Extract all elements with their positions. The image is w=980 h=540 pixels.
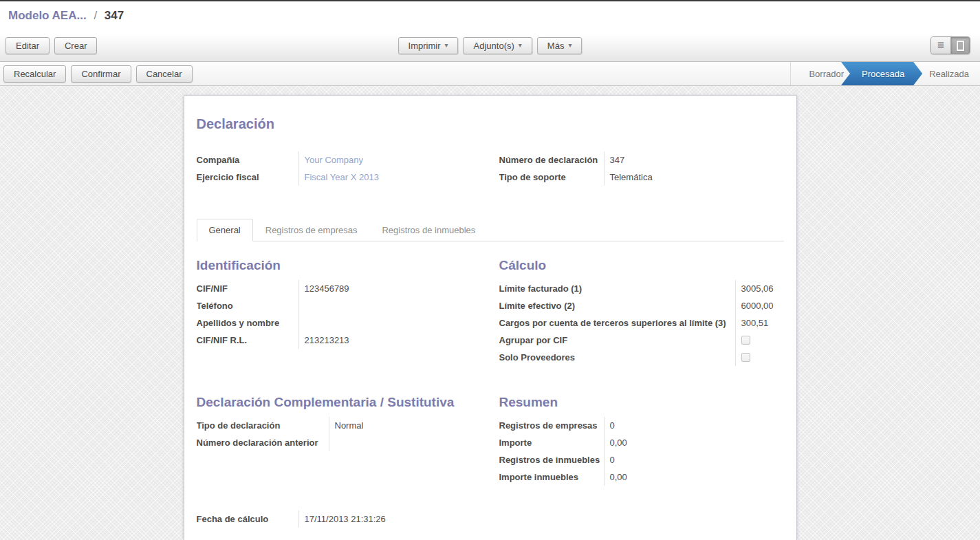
caret-down-icon: ▾ xyxy=(519,42,522,49)
field-value-numero-declaracion-anterior xyxy=(329,434,481,451)
field-label-tipo-soporte: Tipo de soporte xyxy=(499,169,604,186)
field-value-cargos-terceros: 300,51 xyxy=(736,314,784,332)
field-label-limite-efectivo: Límite efectivo (2) xyxy=(499,297,735,314)
tab-page-general-row1: Identificación CIF/NIF Teléfono Apellido… xyxy=(197,258,784,366)
notebook-tabs: General Registros de empresas Registros … xyxy=(197,219,784,241)
status-stages: Borrador Procesada Realizada xyxy=(790,62,980,85)
form-view-button[interactable] xyxy=(950,37,970,54)
field-value-importe: 0,00 xyxy=(605,434,784,451)
field-label-apellidos-y-nombre: Apellidos y nombre xyxy=(197,314,298,332)
create-button[interactable]: Crear xyxy=(54,37,98,54)
breadcrumb-row: Modelo AEA... / 347 xyxy=(0,1,980,30)
more-dropdown-button[interactable]: Más ▾ xyxy=(537,37,582,54)
caret-down-icon: ▾ xyxy=(568,42,571,49)
field-label-limite-facturado: Límite facturado (1) xyxy=(499,280,735,297)
toolbar: Editar Crear Imprimir ▾ Adjunto(s) ▾ Más… xyxy=(0,30,980,61)
breadcrumb-separator: / xyxy=(94,9,97,22)
footer-field-group: Fecha de cálculo 17/11/2013 21:31:26 xyxy=(197,510,784,528)
tab-registros-de-empresas[interactable]: Registros de empresas xyxy=(253,219,370,241)
section-identificacion: Identificación CIF/NIF Teléfono Apellido… xyxy=(197,258,481,366)
field-label-registros-de-inmuebles: Registros de inmuebles xyxy=(499,451,604,468)
field-value-compania[interactable]: Your Company xyxy=(305,151,364,169)
section-title-resumen: Resumen xyxy=(499,395,784,410)
breadcrumb-current: 347 xyxy=(105,9,124,22)
field-value-numero-declaracion: 347 xyxy=(605,151,784,169)
field-label-cif-nif-rl: CIF/NIF R.L. xyxy=(197,332,298,349)
attachments-dropdown-label: Adjunto(s) xyxy=(474,41,514,51)
stage-realizada: Realizada xyxy=(918,62,980,85)
section-title-complementaria: Declaración Complementaria / Sustitutiva xyxy=(197,395,481,410)
field-value-limite-facturado: 3005,06 xyxy=(736,280,784,297)
field-label-solo-proveedores: Solo Proveedores xyxy=(499,349,735,366)
field-label-cargos-terceros: Cargos por cuenta de terceros superiores… xyxy=(499,314,735,332)
field-label-fecha-de-calculo: Fecha de cálculo xyxy=(197,510,298,528)
field-label-cif-nif: CIF/NIF xyxy=(197,280,298,297)
agrupar-por-cif-checkbox[interactable] xyxy=(741,336,750,345)
breadcrumb-parent-link[interactable]: Modelo AEA... xyxy=(8,9,87,22)
field-value-cif-nif: 123456789 xyxy=(299,280,481,297)
view-switcher: ≡ xyxy=(930,36,970,54)
field-value-fecha-de-calculo: 17/11/2013 21:31:26 xyxy=(299,510,784,528)
info-right-group: Número de declaración Tipo de soporte 34… xyxy=(499,151,784,186)
field-label-numero-declaracion: Número de declaración xyxy=(499,151,604,169)
field-value-importe-inmuebles: 0,00 xyxy=(605,468,784,486)
field-value-registros-de-empresas: 0 xyxy=(605,417,784,434)
field-label-importe: Importe xyxy=(499,434,604,451)
section-complementaria: Declaración Complementaria / Sustitutiva… xyxy=(197,395,481,486)
field-value-limite-efectivo: 6000,00 xyxy=(736,297,784,314)
form-sheet: Declaración Compañía Ejercicio fiscal Yo… xyxy=(184,95,797,540)
print-dropdown-button[interactable]: Imprimir ▾ xyxy=(398,37,459,54)
field-value-registros-de-inmuebles: 0 xyxy=(605,451,784,468)
field-label-ejercicio-fiscal: Ejercicio fiscal xyxy=(197,169,298,186)
print-dropdown-label: Imprimir xyxy=(409,41,441,51)
list-view-icon: ≡ xyxy=(937,39,944,51)
edit-button[interactable]: Editar xyxy=(6,37,50,54)
confirm-button[interactable]: Confirmar xyxy=(71,65,131,83)
tab-general[interactable]: General xyxy=(197,219,253,241)
section-title-calculo: Cálculo xyxy=(499,258,784,273)
recalculate-button[interactable]: Recalcular xyxy=(3,65,66,83)
field-value-apellidos-y-nombre xyxy=(299,314,481,332)
field-label-importe-inmuebles: Importe inmuebles xyxy=(499,468,604,486)
field-label-registros-de-empresas: Registros de empresas xyxy=(499,417,604,434)
toolbar-center-group: Imprimir ▾ Adjunto(s) ▾ Más ▾ xyxy=(398,37,582,54)
field-value-tipo-soporte: Telemática xyxy=(605,169,784,186)
caret-down-icon: ▾ xyxy=(445,42,448,49)
statusbar: Recalcular Confirmar Cancelar Borrador P… xyxy=(0,62,980,86)
breadcrumb: Modelo AEA... / 347 xyxy=(8,9,124,23)
section-resumen: Resumen Registros de empresas Importe Re… xyxy=(499,395,784,486)
tab-page-general-row2: Declaración Complementaria / Sustitutiva… xyxy=(197,395,784,486)
field-label-numero-declaracion-anterior: Número declaración anterior xyxy=(197,434,329,451)
field-label-agrupar-por-cif: Agrupar por CIF xyxy=(499,332,735,349)
section-title-identificacion: Identificación xyxy=(197,258,481,273)
tab-registros-de-inmuebles[interactable]: Registros de inmuebles xyxy=(369,219,488,241)
info-fields: Compañía Ejercicio fiscal Your Company F… xyxy=(197,151,784,186)
field-label-tipo-declaracion: Tipo de declaración xyxy=(197,417,329,434)
field-value-ejercicio-fiscal[interactable]: Fiscal Year X 2013 xyxy=(305,169,379,186)
stage-procesada-active: Procesada xyxy=(841,62,922,85)
form-view-icon xyxy=(957,41,964,51)
main-background: Declaración Compañía Ejercicio fiscal Yo… xyxy=(0,86,980,540)
section-calculo: Cálculo Límite facturado (1) Límite efec… xyxy=(499,258,784,366)
field-label-compania: Compañía xyxy=(197,151,298,169)
attachments-dropdown-button[interactable]: Adjunto(s) ▾ xyxy=(464,37,532,54)
form-header: Modelo AEA... / 347 Editar Crear Imprimi… xyxy=(0,1,980,62)
field-value-cif-nif-rl: 213213213 xyxy=(299,332,481,349)
field-value-tipo-declaracion: Normal xyxy=(329,417,481,434)
field-value-telefono xyxy=(299,297,481,314)
more-dropdown-label: Más xyxy=(547,41,565,51)
solo-proveedores-checkbox[interactable] xyxy=(741,353,750,362)
field-label-telefono: Teléfono xyxy=(197,297,298,314)
list-view-button[interactable]: ≡ xyxy=(931,37,950,54)
page-title: Declaración xyxy=(197,116,784,132)
info-left-group: Compañía Ejercicio fiscal Your Company F… xyxy=(197,151,481,186)
cancel-button[interactable]: Cancelar xyxy=(136,65,193,83)
